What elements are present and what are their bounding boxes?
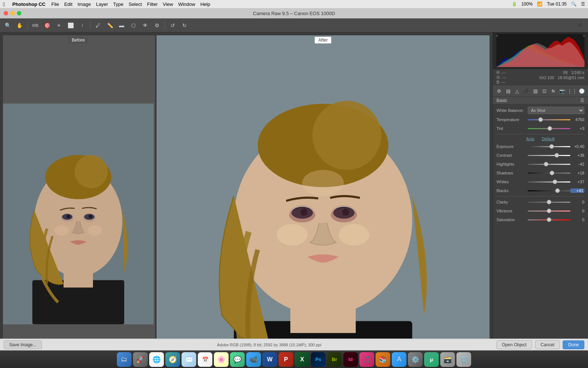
auto-button[interactable]: Auto: [526, 137, 535, 141]
dock-indesign[interactable]: Id: [343, 352, 358, 367]
cancel-button[interactable]: Cancel: [535, 340, 560, 349]
detail-icon[interactable]: △: [514, 87, 521, 95]
adjustment-brush[interactable]: ✏️: [105, 21, 115, 30]
menu-extra[interactable]: ☰: [581, 1, 585, 7]
wb-select[interactable]: As Shot Auto Daylight Cloudy Shade Tungs…: [528, 107, 584, 114]
dock-safari[interactable]: 🧭: [165, 352, 180, 367]
presets-icon[interactable]: ⋮⋮: [568, 87, 576, 95]
rotate-cw[interactable]: ↻: [180, 21, 189, 30]
camera-calibration-icon[interactable]: 📷: [559, 87, 566, 95]
menu-edit[interactable]: Edit: [64, 1, 72, 7]
temperature-slider-wrap: [528, 116, 570, 123]
dock-appstore[interactable]: A: [392, 352, 406, 367]
lens-corrections-icon[interactable]: ⊡: [541, 87, 548, 95]
dock-finder[interactable]: 🗂: [117, 352, 132, 367]
saturation-row: Saturation 0: [496, 216, 584, 223]
r-label: R:: [496, 70, 501, 75]
open-object-button[interactable]: Open Object: [496, 340, 532, 349]
dock-photoshop[interactable]: Ps: [311, 352, 326, 367]
dock-trash[interactable]: 🗑️: [456, 352, 471, 367]
white-balance-tool[interactable]: WB: [31, 21, 40, 30]
b-value: ---: [501, 80, 505, 84]
shadows-slider[interactable]: [528, 173, 570, 174]
default-button[interactable]: Default: [542, 137, 555, 141]
after-panel: After: [157, 35, 490, 339]
whites-slider[interactable]: [528, 181, 570, 183]
tone-curve-icon[interactable]: ▤: [505, 87, 512, 95]
clarity-slider[interactable]: [528, 202, 570, 203]
tint-label: Tint: [496, 126, 528, 131]
red-eye-tool[interactable]: 👁: [140, 21, 150, 30]
toolbar-sep-3: [165, 22, 165, 29]
search-icon[interactable]: 🔍: [571, 1, 577, 7]
maximize-button[interactable]: [17, 11, 21, 15]
dock-itunes[interactable]: 🎵: [359, 352, 374, 367]
snapshots-icon[interactable]: 🕘: [578, 87, 585, 95]
saturation-slider[interactable]: [528, 219, 570, 220]
temperature-value: 4750: [570, 117, 584, 122]
done-button[interactable]: Done: [563, 340, 584, 349]
tint-slider[interactable]: [528, 128, 570, 129]
menu-view[interactable]: View: [163, 1, 173, 7]
dock-photos[interactable]: 🌸: [214, 352, 229, 367]
histogram-shadow-clipping[interactable]: ▲: [495, 33, 499, 37]
dock-finder2[interactable]: 🗃️: [440, 352, 455, 367]
straighten-tool[interactable]: /: [78, 21, 87, 30]
dock-chrome[interactable]: 🌐: [149, 352, 164, 367]
vibrance-slider[interactable]: [528, 210, 570, 212]
before-after-divider[interactable]: [154, 35, 155, 339]
dock-messages[interactable]: 💬: [230, 352, 245, 367]
dock-books[interactable]: 📚: [376, 352, 390, 367]
dock-powerpoint[interactable]: P: [279, 352, 293, 367]
menu-file[interactable]: File: [51, 1, 59, 7]
menu-select[interactable]: Select: [129, 1, 142, 7]
dock-bridge[interactable]: Br: [327, 352, 342, 367]
save-image-button[interactable]: Save Image...: [4, 340, 42, 349]
dock-facetime[interactable]: 📹: [246, 352, 261, 367]
minimize-button[interactable]: [10, 11, 15, 15]
radial-filter[interactable]: ⬡: [129, 21, 138, 30]
before-image: [3, 35, 154, 339]
dock-launchpad[interactable]: 🚀: [133, 352, 148, 367]
contrast-slider[interactable]: [528, 155, 570, 156]
svg-point-26: [289, 208, 315, 222]
menu-window[interactable]: Window: [178, 1, 195, 7]
hsl-icon[interactable]: ⬛: [523, 87, 530, 95]
menu-type[interactable]: Type: [113, 1, 123, 7]
crop-tool[interactable]: ⬜: [66, 21, 75, 30]
hand-tool[interactable]: ✋: [15, 21, 24, 30]
histogram-highlight-clipping[interactable]: ▲: [582, 33, 586, 37]
dock-utorrent[interactable]: μ: [424, 352, 439, 367]
dock: 🗂 🚀 🌐 🧭 ✉️ 📅 🌸 💬 📹 W P X Ps Br Id 🎵 📚 A …: [0, 350, 588, 368]
dock-mail[interactable]: ✉️: [182, 352, 196, 367]
dock-systemprefs[interactable]: ⚙️: [408, 352, 423, 367]
blacks-slider[interactable]: [528, 190, 570, 191]
dock-word[interactable]: W: [262, 352, 277, 367]
retouch-tool[interactable]: 🖊: [93, 21, 103, 30]
fx-icon[interactable]: fx: [550, 87, 557, 95]
svg-point-10: [67, 215, 70, 218]
preferences-tool[interactable]: ⚙: [152, 21, 162, 30]
basic-panel-icon[interactable]: ⚙: [496, 87, 503, 95]
menu-layer[interactable]: Layer: [96, 1, 108, 7]
tint-value: +3: [570, 126, 584, 131]
exposure-slider[interactable]: [528, 146, 570, 147]
temperature-slider[interactable]: [528, 119, 570, 120]
menu-help[interactable]: Help: [200, 1, 210, 7]
split-toning-icon[interactable]: ▧: [532, 87, 539, 95]
fullscreen-toggle[interactable]: ⬛: [576, 21, 585, 30]
apple-menu[interactable]: : [3, 1, 5, 7]
color-sampler-tool[interactable]: 🎯: [42, 21, 52, 30]
section-menu-icon[interactable]: ☰: [580, 98, 584, 103]
menu-filter[interactable]: Filter: [147, 1, 158, 7]
highlights-slider[interactable]: [528, 164, 570, 165]
close-button[interactable]: [4, 11, 8, 15]
dock-calendar[interactable]: 📅: [198, 352, 212, 367]
rotate-ccw[interactable]: ↺: [168, 21, 178, 30]
dock-excel[interactable]: X: [295, 352, 309, 367]
app-name[interactable]: Photoshop CC: [12, 1, 45, 7]
menu-image[interactable]: Image: [78, 1, 91, 7]
zoom-tool[interactable]: 🔍: [3, 21, 12, 30]
target-tool[interactable]: ⊕: [54, 21, 64, 30]
graduated-filter[interactable]: ▬: [117, 21, 126, 30]
